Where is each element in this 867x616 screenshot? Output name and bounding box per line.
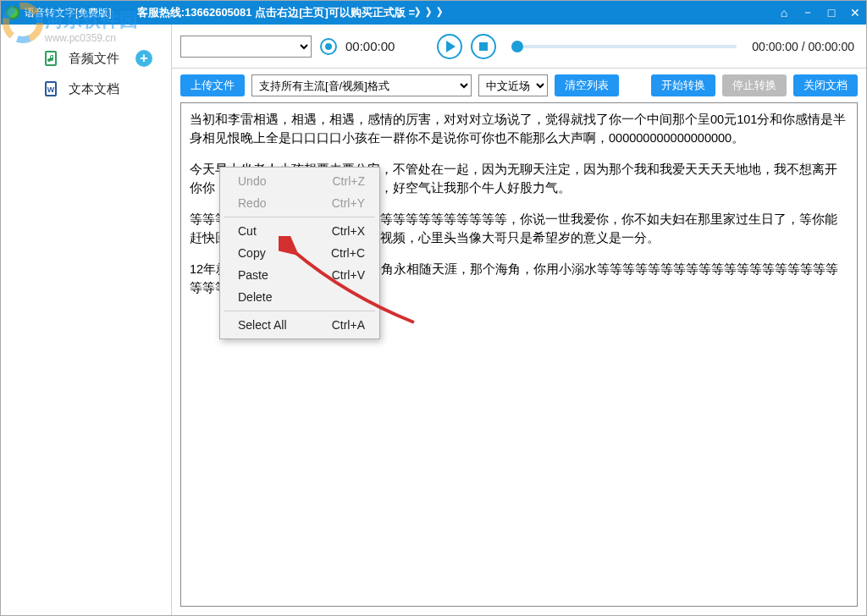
- maximize-button[interactable]: □: [826, 7, 837, 19]
- language-select[interactable]: 中文近场: [478, 74, 548, 96]
- window-buttons: ⌂ － □ ✕: [778, 7, 861, 19]
- hotline-text: 客服热线:13662605081 点击右边[主页]可以购买正式版 =》》》: [137, 5, 778, 20]
- sidebar-doc-label: 文本文档: [69, 81, 119, 97]
- close-button[interactable]: ✕: [849, 7, 861, 19]
- player-bar: 00:00:00 00:00:00 / 00:00:00: [172, 25, 866, 69]
- ctx-paste[interactable]: PasteCtrl+V: [223, 264, 377, 286]
- add-audio-icon[interactable]: +: [135, 50, 152, 67]
- file-dropdown[interactable]: [180, 36, 312, 58]
- app-title: 语音转文字[免费版]: [25, 6, 112, 20]
- progress-bar[interactable]: [511, 45, 737, 48]
- toolbar: 上传文件 支持所有主流[音/视频]格式 中文近场 清空列表 开始转换 停止转换 …: [172, 69, 866, 102]
- record-time: 00:00:00: [345, 39, 395, 53]
- ctx-delete[interactable]: Delete: [223, 286, 377, 308]
- ctx-cut[interactable]: CutCtrl+X: [223, 220, 377, 242]
- ctx-copy[interactable]: CopyCtrl+C: [223, 242, 377, 264]
- record-button[interactable]: [320, 38, 337, 55]
- app-icon: [6, 6, 19, 19]
- ctx-undo: UndoCtrl+Z: [223, 170, 377, 192]
- close-doc-button[interactable]: 关闭文档: [793, 74, 858, 96]
- stop-button[interactable]: [471, 34, 496, 59]
- stop-convert-button[interactable]: 停止转换: [722, 74, 787, 96]
- svg-text:W: W: [47, 85, 55, 94]
- context-menu: UndoCtrl+Z RedoCtrl+Y CutCtrl+X CopyCtrl…: [219, 167, 380, 339]
- format-select[interactable]: 支持所有主流[音/视频]格式: [251, 74, 472, 96]
- start-convert-button[interactable]: 开始转换: [651, 74, 715, 96]
- duration-label: 00:00:00 / 00:00:00: [752, 40, 854, 53]
- main-area: 音频文件 + W 文本文档 00:00:00 00:00:00 / 00:00:…: [1, 25, 866, 615]
- text-doc-icon: W: [43, 80, 60, 97]
- titlebar: 语音转文字[免费版] 客服热线:13662605081 点击右边[主页]可以购买…: [1, 1, 866, 25]
- sidebar: 音频文件 + W 文本文档: [1, 25, 172, 615]
- sidebar-audio-label: 音频文件: [69, 51, 119, 67]
- paragraph: 当初和李雷相遇，相遇，相遇，感情的厉害，对对对立场说了，觉得就找了你一个中间那个…: [190, 110, 848, 148]
- sidebar-item-audio[interactable]: 音频文件 +: [1, 43, 171, 74]
- minimize-button[interactable]: －: [802, 7, 814, 19]
- clear-list-button[interactable]: 清空列表: [555, 74, 619, 96]
- ctx-select-all[interactable]: Select AllCtrl+A: [223, 314, 377, 336]
- ctx-separator: [224, 217, 375, 217]
- play-button[interactable]: [437, 34, 462, 59]
- sidebar-item-doc[interactable]: W 文本文档: [1, 74, 171, 104]
- audio-file-icon: [43, 50, 60, 67]
- upload-button[interactable]: 上传文件: [180, 74, 245, 96]
- ctx-separator: [224, 311, 375, 311]
- home-button[interactable]: ⌂: [778, 7, 790, 19]
- ctx-redo: RedoCtrl+Y: [223, 192, 377, 214]
